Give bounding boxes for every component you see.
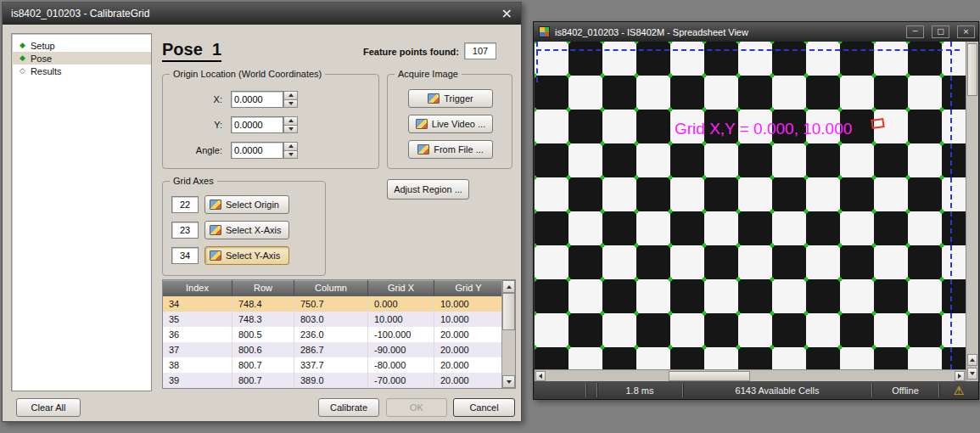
arrow-down-icon: [507, 380, 512, 384]
scroll-down-button[interactable]: [967, 368, 977, 380]
trigger-icon: [428, 93, 440, 104]
x-field-row: X:: [163, 90, 298, 109]
clear-all-button[interactable]: Clear All: [16, 398, 81, 417]
horizontal-scrollbar[interactable]: [535, 369, 966, 381]
scrollbar-thumb[interactable]: [967, 43, 977, 96]
scroll-up-button[interactable]: [967, 354, 977, 366]
status-segment-empty: [535, 381, 585, 399]
spin-down-button[interactable]: [283, 126, 298, 134]
app-icon: [539, 26, 550, 37]
page-title: Pose 1: [162, 40, 221, 62]
select-y-axis-row: Select Y-Axis: [171, 246, 289, 265]
sidebar-item-pose[interactable]: ◆ Pose: [12, 52, 151, 65]
tree-item-label: Results: [31, 66, 62, 76]
select-x-axis-button[interactable]: Select X-Axis: [204, 221, 289, 239]
select-x-axis-icon: [210, 225, 221, 235]
spin-up-icon: [288, 93, 294, 97]
maximize-icon: □: [937, 27, 944, 36]
table-row[interactable]: 37 800.6 286.7 -90.000 20.000: [163, 342, 515, 357]
from-file-icon: [417, 144, 429, 155]
title-bar[interactable]: is8402_010203 - IS8402M - Spreadsheet Vi…: [534, 22, 978, 42]
cell-column: 236.0: [294, 327, 368, 342]
spin-up-button[interactable]: [283, 91, 298, 100]
feature-points-label: Feature points found:: [333, 47, 459, 57]
cell-grid-x: -90.000: [368, 342, 434, 357]
close-button[interactable]: ×: [957, 25, 975, 38]
selected-point-marker: [871, 118, 884, 129]
spin-down-button[interactable]: [283, 100, 298, 109]
steps-tree: ◆ Setup ◆ Pose ◇ Results: [11, 33, 152, 391]
scroll-left-button[interactable]: [535, 371, 546, 381]
cell-index: 37: [163, 342, 232, 357]
column-header-grid-x: Grid X: [368, 280, 434, 296]
spin-up-icon: [288, 119, 294, 122]
scroll-down-button[interactable]: [502, 375, 515, 388]
y-label: Y:: [163, 120, 231, 130]
adjust-region-button[interactable]: Adjust Region ...: [387, 179, 469, 200]
angle-input[interactable]: [231, 142, 283, 159]
column-header-grid-y: Grid Y: [434, 280, 502, 296]
trigger-button[interactable]: Trigger: [408, 89, 493, 108]
y-axis-cell-input[interactable]: [171, 247, 199, 264]
select-y-axis-button[interactable]: Select Y-Axis: [204, 246, 289, 265]
cell-grid-y: 10.000: [434, 296, 502, 312]
table-row-selected[interactable]: 34 748.4 750.7 0.000 10.000: [163, 296, 515, 312]
origin-cell-input[interactable]: [171, 196, 199, 213]
calibration-checkerboard-image[interactable]: Grid X,Y = 0.000, 10.000: [535, 42, 966, 369]
scroll-right-button[interactable]: [955, 371, 965, 381]
connection-status: Offline: [872, 381, 938, 399]
sidebar-item-results[interactable]: ◇ Results: [12, 65, 151, 77]
table-row[interactable]: 38 800.7 337.7 -80.000 20.000: [163, 357, 515, 373]
x-axis-cell-input[interactable]: [171, 222, 199, 239]
cancel-button[interactable]: Cancel: [453, 398, 515, 417]
scroll-up-button[interactable]: [502, 280, 515, 293]
y-coordinate-input[interactable]: [231, 116, 283, 133]
cell-grid-x: -80.000: [368, 357, 434, 373]
desktop: is8402_010203 - CalibrateGrid × ◆ Setup …: [0, 0, 980, 433]
title-bar[interactable]: is8402_010203 - CalibrateGrid ×: [3, 3, 521, 25]
scrollbar-thumb[interactable]: [502, 293, 515, 330]
calibrate-button[interactable]: Calibrate: [318, 398, 379, 417]
region-boundary-top-line: [536, 49, 960, 51]
minimize-icon: ─: [913, 27, 917, 36]
spin-down-icon: [288, 153, 294, 156]
spreadsheet-view-window: is8402_010203 - IS8402M - Spreadsheet Vi…: [533, 21, 979, 400]
feature-points-count: 107: [464, 42, 496, 59]
cell-grid-y: 20.000: [434, 327, 502, 342]
region-boundary-right-line: [950, 42, 952, 369]
button-label: Clear All: [31, 402, 66, 413]
sidebar-item-setup[interactable]: ◆ Setup: [12, 39, 151, 52]
close-icon[interactable]: ×: [501, 7, 512, 20]
cell-grid-x: -70.000: [368, 373, 434, 388]
live-video-button[interactable]: Live Video ...: [408, 115, 493, 133]
y-spinner: [283, 116, 298, 133]
table-row[interactable]: 39 800.7 389.0 -70.000 20.000: [163, 373, 515, 388]
select-origin-button[interactable]: Select Origin: [204, 195, 289, 214]
minimize-button[interactable]: ─: [906, 25, 924, 38]
spin-down-button[interactable]: [283, 151, 298, 160]
vertical-scrollbar[interactable]: [966, 42, 978, 381]
cell-row: 748.4: [232, 296, 294, 312]
table-row[interactable]: 36 800.5 236.0 -100.000 20.000: [163, 327, 515, 342]
select-x-axis-row: Select X-Axis: [171, 221, 289, 239]
spin-up-button[interactable]: [283, 142, 298, 151]
step-done-icon: ◆: [20, 42, 25, 49]
status-warning-segment[interactable]: ⚠: [939, 381, 978, 399]
spin-up-button[interactable]: [283, 116, 298, 126]
x-coordinate-input[interactable]: [231, 91, 283, 108]
acquire-image-group: Acquire Image Trigger Live Video ... Fro…: [387, 74, 512, 169]
cell-row: 748.3: [232, 312, 294, 327]
select-y-axis-icon: [210, 250, 221, 261]
cell-grid-y: 20.000: [434, 373, 502, 388]
button-label: Cancel: [469, 402, 498, 413]
group-title: Grid Axes: [170, 176, 217, 186]
maximize-button[interactable]: □: [932, 25, 949, 38]
cell-index: 39: [163, 373, 232, 388]
tree-item-label: Pose: [31, 53, 52, 64]
table-row[interactable]: 35 748.3 803.0 10.000 10.000: [163, 312, 515, 327]
from-file-button[interactable]: From File ...: [408, 140, 493, 159]
live-video-icon: [416, 119, 428, 129]
cell-index: 35: [163, 312, 232, 327]
table-scrollbar[interactable]: [501, 280, 515, 388]
scrollbar-thumb[interactable]: [669, 371, 750, 381]
